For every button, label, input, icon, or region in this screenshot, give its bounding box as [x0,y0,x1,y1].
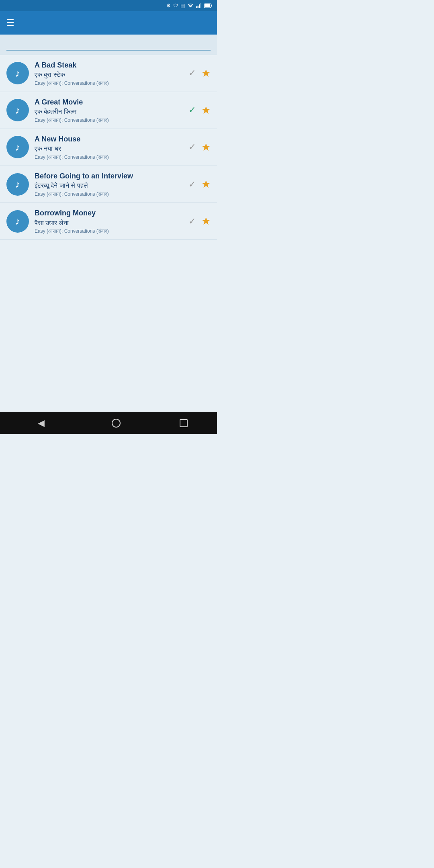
star-icon[interactable]: ★ [201,104,211,117]
check-icon[interactable]: ✓ [188,105,196,115]
svg-rect-3 [201,3,202,8]
battery-icon [204,3,212,8]
item-title-hindi: इंटरव्यू देने जाने से पहले [35,182,184,190]
item-title-english: A Great Movie [35,98,184,107]
music-note-icon: ♪ [15,141,20,154]
item-text: Before Going to an Interview इंटरव्यू दे… [35,172,184,197]
item-actions: ✓ ★ [188,104,211,117]
app-bar: ☰ [0,11,217,35]
favorites-list: ♪ A Bad Steak एक बुरा स्टेक Easy (आसान):… [0,55,217,413]
category-bar [0,35,217,55]
item-meta: Easy (आसान): Conversations (संवाद) [35,117,184,123]
svg-rect-0 [196,6,197,8]
bottom-navigation: ◀ [0,412,217,434]
item-icon-circle: ♪ [6,62,29,84]
item-actions: ✓ ★ [188,215,211,227]
star-icon[interactable]: ★ [201,178,211,190]
star-icon[interactable]: ★ [201,215,211,227]
shield-icon: 🛡 [173,3,178,8]
hamburger-menu-icon[interactable]: ☰ [6,18,14,27]
item-meta: Easy (आसान): Conversations (संवाद) [35,228,184,234]
star-icon[interactable]: ★ [201,141,211,154]
item-title-hindi: पैसा उधार लेना [35,219,184,227]
item-title-hindi: एक बुरा स्टेक [35,71,184,79]
item-actions: ✓ ★ [188,178,211,190]
wifi-icon [187,3,194,8]
signal-icon [196,3,202,8]
back-button[interactable]: ◀ [30,415,53,432]
music-note-icon: ♪ [15,178,20,190]
item-icon-circle: ♪ [6,210,29,233]
item-actions: ✓ ★ [188,67,211,80]
item-title-english: Borrowing Money [35,209,184,218]
item-title-hindi: एक नया घर [35,145,184,153]
check-icon[interactable]: ✓ [188,179,196,190]
recents-button[interactable] [180,419,188,427]
item-text: Borrowing Money पैसा उधार लेना Easy (आसा… [35,209,184,234]
item-title-english: A New House [35,135,184,144]
star-icon[interactable]: ★ [201,67,211,80]
category-underline [6,50,211,51]
svg-rect-2 [199,4,200,8]
music-note-icon: ♪ [15,67,20,80]
item-title-english: Before Going to an Interview [35,172,184,181]
music-note-icon: ♪ [15,104,20,117]
item-actions: ✓ ★ [188,141,211,154]
item-meta: Easy (आसान): Conversations (संवाद) [35,191,184,197]
list-item[interactable]: ♪ A New House एक नया घर Easy (आसान): Con… [0,129,217,166]
item-meta: Easy (आसान): Conversations (संवाद) [35,154,184,160]
list-item[interactable]: ♪ Before Going to an Interview इंटरव्यू … [0,166,217,203]
svg-rect-5 [211,5,212,7]
svg-rect-6 [205,4,210,7]
check-icon[interactable]: ✓ [188,68,196,78]
list-item[interactable]: ♪ A Great Movie एक बेहतरीन फिल्म Easy (आ… [0,92,217,129]
check-icon[interactable]: ✓ [188,142,196,152]
item-icon-circle: ♪ [6,99,29,121]
item-icon-circle: ♪ [6,136,29,158]
item-meta: Easy (आसान): Conversations (संवाद) [35,80,184,86]
gear-icon: ⚙ [166,3,171,8]
check-icon[interactable]: ✓ [188,216,196,227]
sim-icon: ▤ [180,3,185,8]
item-text: A Bad Steak एक बुरा स्टेक Easy (आसान): C… [35,61,184,86]
item-title-english: A Bad Steak [35,61,184,70]
music-note-icon: ♪ [15,215,20,227]
item-icon-circle: ♪ [6,173,29,196]
status-icons: ⚙ 🛡 ▤ [166,3,212,8]
svg-rect-1 [198,6,199,8]
list-item[interactable]: ♪ Borrowing Money पैसा उधार लेना Easy (आ… [0,203,217,240]
list-item[interactable]: ♪ A Bad Steak एक बुरा स्टेक Easy (आसान):… [0,55,217,92]
home-button[interactable] [112,419,121,428]
status-bar: ⚙ 🛡 ▤ [0,0,217,11]
item-text: A Great Movie एक बेहतरीन फिल्म Easy (आसा… [35,98,184,123]
item-text: A New House एक नया घर Easy (आसान): Conve… [35,135,184,160]
item-title-hindi: एक बेहतरीन फिल्म [35,108,184,116]
